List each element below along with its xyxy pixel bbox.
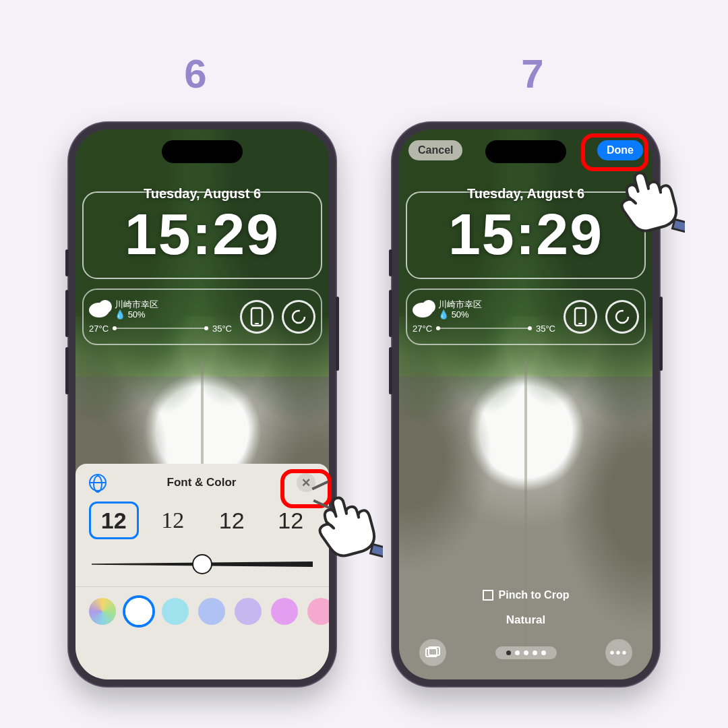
tutorial-stage: 6 7 Tuesday, August 6 15:29 川崎市幸区 bbox=[0, 0, 728, 728]
done-button[interactable]: Done bbox=[597, 140, 643, 160]
photos-button[interactable] bbox=[419, 639, 446, 666]
weather-humidity: 💧 50% bbox=[438, 310, 482, 320]
svg-rect-4 bbox=[578, 323, 582, 324]
weather-location: 川崎市幸区 bbox=[115, 300, 158, 309]
temp-range-line bbox=[113, 328, 208, 329]
ellipsis-icon: ••• bbox=[609, 645, 628, 661]
svg-rect-9 bbox=[673, 219, 685, 232]
side-button bbox=[336, 297, 339, 371]
weather-humidity: 💧 50% bbox=[115, 310, 158, 320]
timer-widget[interactable] bbox=[605, 300, 639, 334]
tap-spark bbox=[315, 480, 349, 514]
svg-point-2 bbox=[293, 311, 305, 323]
color-swatch-white-selected[interactable] bbox=[125, 598, 152, 625]
step-number-6: 6 bbox=[162, 51, 229, 97]
temp-low: 27°C bbox=[413, 324, 432, 334]
svg-rect-1 bbox=[255, 323, 259, 324]
color-swatch-4[interactable] bbox=[198, 598, 225, 625]
color-swatch-rainbow[interactable] bbox=[89, 598, 116, 625]
close-icon: ✕ bbox=[301, 476, 311, 490]
volume-down-button bbox=[65, 347, 69, 394]
color-swatch-6[interactable] bbox=[271, 598, 298, 625]
style-label: Natural bbox=[506, 613, 546, 627]
temp-range-line bbox=[436, 328, 532, 329]
phone-icon bbox=[573, 307, 588, 327]
rotation-lock-widget[interactable] bbox=[564, 300, 597, 334]
weight-slider[interactable] bbox=[92, 554, 313, 574]
phone-screen-right: Cancel Done Tuesday, August 6 15:29 川崎市幸… bbox=[399, 129, 653, 679]
sheet-title: Font & Color bbox=[167, 476, 237, 489]
svg-rect-8 bbox=[371, 544, 383, 557]
pinch-to-crop-hint: Pinch to Crop bbox=[483, 589, 570, 601]
mute-switch bbox=[389, 249, 392, 276]
temp-high: 35°C bbox=[536, 324, 555, 334]
timer-icon bbox=[291, 309, 307, 325]
lockscreen-widgets[interactable]: 川崎市幸区 💧 50% 27°C 35°C bbox=[413, 291, 639, 342]
phone-screen-left: Tuesday, August 6 15:29 川崎市幸区 💧 50% 27°C bbox=[75, 129, 329, 679]
volume-up-button bbox=[389, 290, 392, 337]
color-swatch-7[interactable] bbox=[307, 598, 329, 625]
rotation-lock-widget[interactable] bbox=[240, 300, 274, 334]
font-option-1[interactable]: 12 bbox=[89, 502, 139, 539]
lockscreen-time[interactable]: 15:29 bbox=[399, 201, 653, 268]
slider-thumb[interactable] bbox=[192, 554, 212, 574]
mute-switch bbox=[65, 249, 69, 276]
temp-high: 35°C bbox=[212, 324, 232, 334]
cloud-icon bbox=[413, 303, 433, 317]
more-button[interactable]: ••• bbox=[605, 639, 632, 666]
cancel-button[interactable]: Cancel bbox=[408, 140, 462, 160]
step-number-7: 7 bbox=[499, 51, 566, 97]
lockscreen-date[interactable]: Tuesday, August 6 bbox=[399, 186, 653, 202]
crop-icon bbox=[483, 590, 493, 601]
lockscreen-widgets[interactable]: 川崎市幸区 💧 50% 27°C 35°C bbox=[89, 291, 315, 342]
weather-widget[interactable]: 川崎市幸区 💧 50% 27°C 35°C bbox=[413, 300, 555, 334]
svg-point-5 bbox=[616, 311, 628, 323]
color-swatch-5[interactable] bbox=[235, 598, 262, 625]
volume-up-button bbox=[65, 290, 69, 337]
timer-icon bbox=[614, 309, 630, 325]
cloud-icon bbox=[89, 303, 109, 317]
lockscreen-date[interactable]: Tuesday, August 6 bbox=[75, 186, 329, 202]
lockscreen-time[interactable]: 15:29 bbox=[75, 201, 329, 268]
font-options-row: 12 12 12 12 bbox=[75, 497, 329, 547]
timer-widget[interactable] bbox=[282, 300, 315, 334]
volume-down-button bbox=[389, 347, 392, 394]
weather-location: 川崎市幸区 bbox=[438, 300, 482, 309]
dynamic-island bbox=[162, 140, 243, 163]
phone-frame-left: Tuesday, August 6 15:29 川崎市幸区 💧 50% 27°C bbox=[67, 121, 337, 688]
color-swatch-3[interactable] bbox=[162, 598, 189, 625]
color-swatch-row bbox=[75, 587, 329, 636]
weather-widget[interactable]: 川崎市幸区 💧 50% 27°C 35°C bbox=[89, 300, 232, 334]
font-option-2[interactable]: 12 bbox=[148, 502, 198, 539]
globe-icon[interactable] bbox=[89, 474, 107, 491]
photos-icon bbox=[425, 646, 440, 659]
phone-frame-right: Cancel Done Tuesday, August 6 15:29 川崎市幸… bbox=[391, 121, 661, 688]
font-color-sheet: Font & Color ✕ 12 12 12 12 bbox=[75, 464, 329, 679]
page-indicator[interactable] bbox=[495, 646, 557, 659]
phone-icon bbox=[249, 307, 264, 327]
font-option-4[interactable]: 12 bbox=[266, 502, 315, 539]
side-button bbox=[659, 297, 663, 371]
font-option-3[interactable]: 12 bbox=[207, 502, 256, 539]
temp-low: 27°C bbox=[89, 324, 109, 334]
